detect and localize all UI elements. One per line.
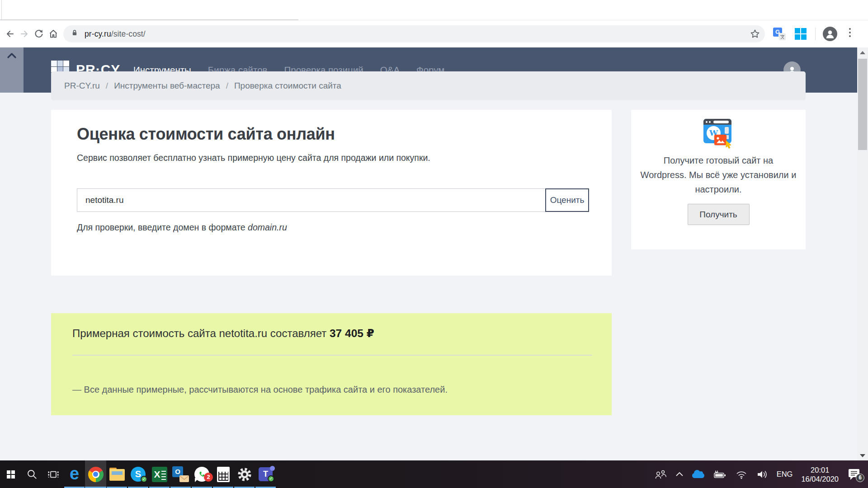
result-divider [72,355,592,356]
home-icon[interactable] [45,26,61,42]
image-tile-icon [714,135,726,145]
search-icon [26,469,38,480]
input-hint: Для проверки, введите домен в формате do… [77,222,287,233]
skype-status-check-icon: ✓ [141,476,147,483]
scrollbar-up-arrow[interactable] [857,47,868,57]
taskbar-edge[interactable]: e [64,460,85,488]
wp-scroll-bar [725,127,729,134]
taskbar-chrome[interactable] [85,460,106,488]
system-tray: ENG 20:01 16/04/2020 6 [654,460,868,488]
evaluate-button[interactable]: Оценить [545,188,589,212]
result-panel: Примерная стоимость сайта netotita.ru со… [51,313,612,415]
forward-icon[interactable] [16,26,33,42]
clock-time: 20:01 [801,465,839,474]
clock-date: 16/04/2020 [801,474,839,483]
url-text: pr-cy.ru/site-cost/ [85,29,146,39]
taskbar-skype[interactable]: S✓ [127,460,149,488]
page-viewport: PR·CY Инструменты Биржа сайтов Проверка … [0,47,868,460]
edge-icon: e [70,465,79,482]
taskbar-settings[interactable] [234,460,255,488]
file-explorer-icon [109,468,125,481]
taskbar-outlook[interactable]: O [170,460,191,488]
domain-input[interactable] [77,188,545,212]
breadcrumb-separator: / [226,81,228,91]
result-line: Примерная стоимость сайта netotita.ru со… [72,327,374,340]
browser-profile-avatar[interactable] [823,27,837,41]
windows-taskbar: e S✓ X O 2 [0,460,868,488]
calculator-icon [217,467,230,482]
site-cost-card: Оценка стоимости сайта онлайн Сервис поз… [51,110,612,276]
page-title: Оценка стоимости сайта онлайн [77,125,335,144]
task-view-icon [47,468,60,481]
taskbar-file-explorer[interactable] [106,460,127,488]
language-indicator[interactable]: ENG [777,470,793,479]
breadcrumb-home[interactable]: PR-CY.ru [64,81,100,91]
page-subtitle: Сервис позволяет бесплатно узнать пример… [77,153,430,163]
breadcrumb-separator: / [106,81,108,91]
scrollbar-down-arrow[interactable] [857,450,868,460]
wp-browser-topbar [703,119,731,125]
breadcrumb-tools[interactable]: Инструменты веб-мастера [114,81,220,91]
toolbar-separator [815,28,816,40]
wp-address-pill [713,121,729,123]
gear-icon [237,467,252,482]
browser-toolbar: pr-cy.ru/site-cost/ G [0,20,868,47]
site-price: 37 405 ₽ [330,327,374,339]
page-scrollbar[interactable] [857,47,868,460]
cursor-arrow-icon [725,140,733,150]
battery-charging-icon[interactable] [713,470,726,479]
window-edge-line [1,0,2,20]
excel-icon: X [152,467,167,482]
refresh-icon[interactable] [31,26,47,42]
start-button[interactable] [0,460,21,488]
taskbar-calculator[interactable] [212,460,234,488]
browser-menu-icon[interactable] [849,28,851,37]
outlook-icon: O [172,466,189,482]
onedrive-icon[interactable] [692,470,704,478]
url-domain: pr-cy.ru [85,29,111,38]
translate-extension-icon[interactable]: G [773,28,786,40]
scrollbar-thumb[interactable] [858,59,867,150]
url-path: /site-cost/ [111,29,146,38]
action-center-icon[interactable]: 6 [847,468,863,481]
wordpress-browser-icon: W [703,119,735,147]
breadcrumb-current: Проверка стоимости сайта [234,81,341,91]
scroll-top-strip[interactable] [0,47,24,93]
promo-text: Получите готовый сайт на Wordpress. Мы в… [640,153,797,197]
notification-badge: 6 [856,474,864,482]
translate-char-box [779,33,786,40]
volume-icon[interactable] [756,469,768,479]
breadcrumb: PR-CY.ru / Инструменты веб-мастера / Про… [51,71,806,100]
search-button[interactable] [21,460,42,488]
tray-chevron-up-icon[interactable] [675,472,684,477]
back-icon[interactable] [2,26,18,42]
chrome-icon [88,467,104,482]
whatsapp-badge: 2 [204,473,213,482]
chevron-up-icon [6,52,17,59]
windows-extension-icon[interactable] [794,28,807,40]
taskbar-whatsapp[interactable]: 2 [191,460,212,488]
taskbar-apps: e S✓ X O 2 [0,460,276,488]
get-wordpress-button[interactable]: Получить [688,204,750,225]
skype-icon: S✓ [131,467,146,482]
taskbar-clock[interactable]: 20:01 16/04/2020 [801,465,839,483]
windows-logo-icon [7,470,15,479]
browser-tab-strip [0,0,868,20]
result-note: — Все данные примерные, рассчитываются н… [72,385,448,395]
address-bar[interactable]: pr-cy.ru/site-cost/ [63,25,765,42]
teams-icon: T✓ [259,467,273,481]
taskbar-excel[interactable]: X [149,460,170,488]
people-icon[interactable] [654,469,667,480]
wordpress-promo-card: W Получите готовый сайт на Wordpress. Мы… [631,110,806,249]
teams-status-check-icon: ✓ [268,475,274,482]
wifi-icon[interactable] [735,469,748,479]
bookmark-star-icon[interactable] [750,28,760,41]
domain-check-row: Оценить [77,188,589,212]
hint-domain-example: domain.ru [248,222,287,232]
whatsapp-icon: 2 [194,467,209,482]
lock-icon[interactable] [70,28,79,39]
taskbar-teams[interactable]: T✓ [255,460,276,488]
task-view-button[interactable] [42,460,64,488]
